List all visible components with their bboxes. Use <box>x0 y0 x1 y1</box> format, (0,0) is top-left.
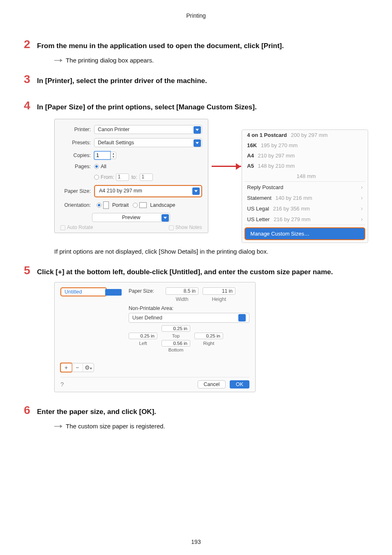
menu-item[interactable]: 16K 195 by 270 mm <box>242 140 368 150</box>
help-button[interactable]: ? <box>60 381 64 388</box>
section-select[interactable]: Preview <box>92 213 170 222</box>
menu-item[interactable]: Reply Postcard › <box>242 182 368 192</box>
nonprint-value: User Defined <box>132 315 162 321</box>
orientation-landscape-radio[interactable] <box>133 203 138 208</box>
untitled-size-name[interactable]: Untitled <box>60 287 107 296</box>
svg-marker-3 <box>60 425 62 428</box>
presets-value: Default Settings <box>98 140 134 146</box>
orientation-portrait-radio[interactable] <box>97 203 101 208</box>
paper-size-label: Paper Size: <box>129 288 161 294</box>
step-2: 2 From the menu in the application used … <box>24 39 368 64</box>
running-header: Printing <box>24 12 368 19</box>
auto-rotate-checkbox[interactable] <box>60 225 65 230</box>
step-4: 4 In [Paper Size] of the print options, … <box>24 100 368 255</box>
section-select-value: Preview <box>122 215 140 220</box>
margin-left-input[interactable]: 0.25 in <box>129 333 157 339</box>
ok-button[interactable]: OK <box>230 380 249 388</box>
height-input[interactable]: 11 in <box>203 287 235 295</box>
show-notes-label: Show Notes <box>175 224 202 230</box>
chevron-down-icon <box>194 139 201 147</box>
step-5: 5 Click [+] at the bottom left, double-c… <box>24 265 368 392</box>
step-note: The custom size paper is registered. <box>66 423 165 430</box>
svg-marker-1 <box>60 59 62 62</box>
custom-sizes-dialog: Untitled Paper Size: 8.5 in 11 in Width … <box>54 282 256 392</box>
to-label: to: <box>131 174 137 180</box>
step-title: Click [+] at the bottom left, double-cli… <box>37 268 333 276</box>
portrait-label: Portrait <box>112 202 129 208</box>
menu-item[interactable]: Statement 140 by 216 mm› <box>242 192 368 203</box>
left-label: Left <box>129 341 157 346</box>
pages-all-radio[interactable] <box>94 164 99 169</box>
cancel-button[interactable]: Cancel <box>198 380 226 388</box>
chevron-down-icon <box>238 314 246 321</box>
chevron-right-icon: › <box>361 194 363 201</box>
step-title: From the menu in the application used to… <box>37 42 284 50</box>
paper-size-highlight: A4 210 by 297 mm <box>94 185 202 197</box>
printer-value: Canon Printer <box>98 127 129 132</box>
gear-icon: ⚙︎ <box>85 364 90 371</box>
step-title: Enter the paper size, and click [OK]. <box>37 408 156 416</box>
arrow-right-icon <box>236 163 241 170</box>
chevron-down-icon <box>192 187 200 195</box>
orientation-label: Orientation: <box>60 202 94 208</box>
bottom-label: Bottom <box>161 347 190 352</box>
figure-print-dialog: Printer: Canon Printer Presets: Default … <box>54 119 368 243</box>
callout-arrow <box>212 160 238 214</box>
result-arrow-icon <box>54 424 62 428</box>
menu-item[interactable]: 148 mm <box>242 171 368 181</box>
chevron-down-icon: ▾ <box>90 366 92 370</box>
show-notes-checkbox[interactable] <box>169 225 174 230</box>
nonprint-select[interactable]: User Defined <box>129 313 249 323</box>
chevron-down-icon <box>161 214 169 222</box>
to-input[interactable]: 1 <box>140 173 153 181</box>
printer-label: Printer: <box>60 127 94 132</box>
pages-label: Pages: <box>60 164 94 169</box>
chevron-right-icon: › <box>361 205 363 212</box>
result-arrow-icon <box>54 58 62 62</box>
print-dialog-panel: Printer: Canon Printer Presets: Default … <box>54 119 208 233</box>
width-input[interactable]: 8.5 in <box>166 287 198 295</box>
from-input[interactable]: 1 <box>116 173 129 181</box>
menu-item[interactable]: A4 210 by 297 mm <box>242 150 368 161</box>
step-number: 4 <box>24 100 33 111</box>
menu-item[interactable]: US Letter 216 by 279 mm› <box>242 214 368 224</box>
size-list: Untitled <box>60 287 122 352</box>
margin-top-input[interactable]: 0.25 in <box>161 325 190 332</box>
printer-select[interactable]: Canon Printer <box>94 125 202 134</box>
remove-size-button[interactable]: − <box>71 363 83 372</box>
page-number: 193 <box>0 539 392 545</box>
chevron-down-icon[interactable]: ▾ <box>111 155 116 159</box>
landscape-label: Landscape <box>150 202 175 208</box>
height-label: Height <box>203 296 235 302</box>
copies-input[interactable] <box>94 151 111 160</box>
width-label: Width <box>166 296 198 302</box>
menu-item[interactable]: US Legal 216 by 356 mm› <box>242 203 368 214</box>
paper-size-select[interactable]: A4 210 by 297 mm <box>96 187 201 196</box>
step-title: In [Printer], select the printer driver … <box>37 77 207 85</box>
pages-all-label: All <box>101 164 106 169</box>
presets-select[interactable]: Default Settings <box>94 138 202 147</box>
pages-range-radio[interactable] <box>94 175 99 180</box>
copies-stepper[interactable]: ▴▾ <box>94 151 116 160</box>
step4-caption: If print options are not displayed, clic… <box>54 248 368 255</box>
presets-label: Presets: <box>60 140 94 146</box>
step-note: The printing dialog box appears. <box>66 57 154 64</box>
gear-menu-button[interactable]: ⚙︎▾ <box>83 363 94 372</box>
copies-label: Copies: <box>60 153 94 158</box>
paper-size-value: A4 210 by 297 mm <box>99 188 142 194</box>
step-number: 5 <box>24 265 33 276</box>
step-6: 6 Enter the paper size, and click [OK]. … <box>24 405 368 430</box>
paper-size-label: Paper Size: <box>60 188 94 194</box>
chevron-down-icon <box>194 126 201 134</box>
chevron-right-icon: › <box>361 216 363 222</box>
menu-item[interactable]: 4 on 1 Postcard 200 by 297 mm <box>242 130 368 140</box>
portrait-page-icon <box>103 201 109 209</box>
margin-right-input[interactable]: 0.25 in <box>194 333 223 339</box>
menu-item[interactable]: A5 148 by 210 mm <box>242 161 368 171</box>
add-size-button[interactable]: + <box>60 363 72 372</box>
margin-bottom-input[interactable]: 0.56 in <box>161 340 190 347</box>
manage-custom-sizes-item[interactable]: Manage Custom Sizes… <box>244 227 365 240</box>
nonprint-label: Non-Printable Area: <box>129 305 249 311</box>
page: Printing 2 From the menu in the applicat… <box>0 0 392 555</box>
step-title: In [Paper Size] of the print options, se… <box>37 103 257 111</box>
